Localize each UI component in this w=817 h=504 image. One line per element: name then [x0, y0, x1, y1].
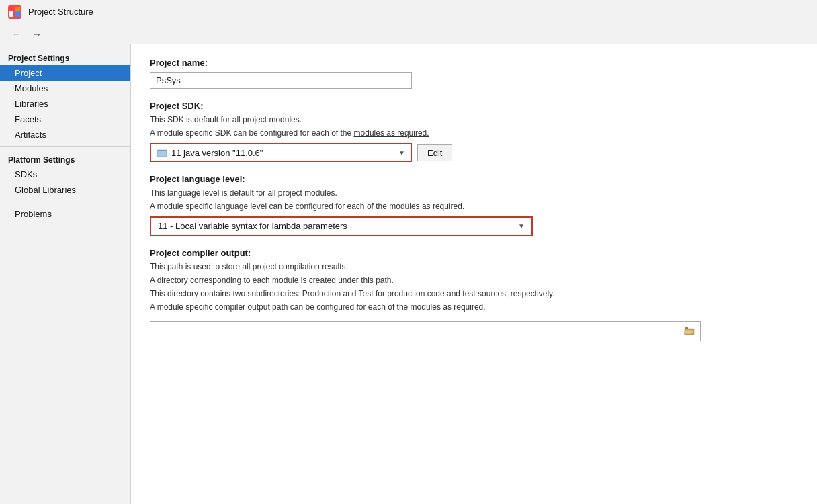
compiler-desc4: A module specific compiler output path c…: [150, 301, 798, 313]
svg-rect-6: [157, 151, 167, 157]
svg-rect-8: [685, 327, 688, 329]
folder-open-icon: [684, 325, 695, 336]
project-settings-label: Project Settings: [0, 50, 130, 65]
project-sdk-section: Project SDK: This SDK is default for all…: [150, 101, 798, 162]
svg-rect-3: [15, 7, 20, 11]
sidebar-divider-2: [0, 202, 130, 202]
svg-marker-9: [684, 330, 693, 334]
sdk-folder-icon: [157, 147, 167, 158]
project-language-level-desc1: This language level is default for all p…: [150, 187, 798, 199]
project-name-row: [150, 72, 798, 89]
language-level-dropdown[interactable]: 11 - Local variable syntax for lambda pa…: [150, 216, 533, 236]
project-language-level-section: Project language level: This language le…: [150, 174, 798, 236]
project-sdk-label: Project SDK:: [150, 101, 798, 111]
compiler-desc1: This path is used to store all project c…: [150, 261, 798, 273]
project-name-label: Project name:: [150, 58, 798, 68]
sidebar-item-modules[interactable]: Modules: [0, 81, 130, 96]
compiler-output-field[interactable]: [150, 321, 701, 341]
sdk-dropdown[interactable]: 11 java version "11.0.6" ▼: [150, 143, 412, 162]
platform-settings-label: Platform Settings: [0, 151, 130, 167]
project-name-input[interactable]: [150, 72, 412, 89]
sdk-edit-button[interactable]: Edit: [417, 144, 452, 161]
back-button[interactable]: ←: [8, 28, 26, 40]
project-sdk-desc1: This SDK is default for all project modu…: [150, 114, 798, 126]
sidebar-item-sdks[interactable]: SDKs: [0, 167, 130, 182]
project-sdk-desc2: A module specific SDK can be configured …: [150, 127, 798, 139]
sdk-dropdown-value: 11 java version "11.0.6": [171, 148, 398, 158]
project-language-level-desc2: A module specific language level can be …: [150, 200, 798, 212]
project-name-section: Project name:: [150, 58, 798, 89]
project-compiler-output-label: Project compiler output:: [150, 248, 798, 258]
language-level-dropdown-value: 11 - Local variable syntax for lambda pa…: [158, 221, 518, 231]
sdk-dropdown-arrow: ▼: [398, 149, 405, 157]
sidebar-divider-1: [0, 146, 130, 147]
sidebar-item-libraries[interactable]: Libraries: [0, 96, 130, 112]
sidebar: Project Settings Project Modules Librari…: [0, 44, 131, 504]
app-logo: [8, 5, 22, 19]
svg-rect-1: [9, 11, 13, 17]
project-sdk-row: 11 java version "11.0.6" ▼ Edit: [150, 143, 798, 162]
compiler-desc2: A directory corresponding to each module…: [150, 274, 798, 286]
window-title: Project Structure: [28, 7, 93, 17]
title-bar: Project Structure: [0, 0, 817, 24]
sidebar-item-facets[interactable]: Facets: [0, 112, 130, 127]
compiler-output-folder-button[interactable]: [684, 325, 695, 338]
language-level-dropdown-arrow: ▼: [518, 222, 525, 230]
project-language-level-label: Project language level:: [150, 174, 798, 184]
sidebar-item-problems[interactable]: Problems: [0, 206, 130, 222]
sidebar-item-project[interactable]: Project: [0, 65, 130, 81]
project-compiler-output-section: Project compiler output: This path is us…: [150, 248, 798, 341]
sidebar-item-global-libraries[interactable]: Global Libraries: [0, 182, 130, 198]
forward-button[interactable]: →: [28, 28, 46, 40]
compiler-desc3: This directory contains two subdirectori…: [150, 288, 798, 300]
nav-bar: ← →: [0, 24, 817, 44]
sidebar-item-artifacts[interactable]: Artifacts: [0, 127, 130, 142]
content-area: Project name: Project SDK: This SDK is d…: [131, 44, 817, 504]
main-container: Project Settings Project Modules Librari…: [0, 44, 817, 504]
